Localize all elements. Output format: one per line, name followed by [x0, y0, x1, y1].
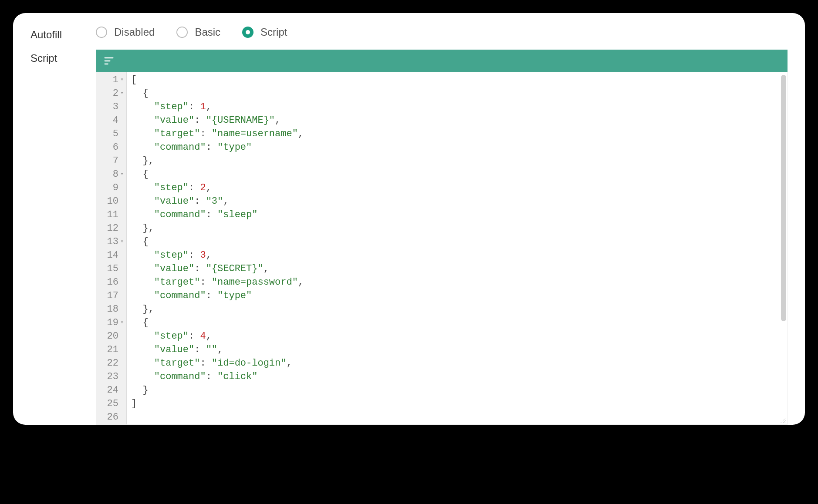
editor-code[interactable]: [ { "step": 1, "value": "{USERNAME}", "t… — [127, 72, 787, 424]
radio-icon — [176, 27, 188, 38]
autofill-label: Autofill — [30, 26, 96, 41]
fold-icon[interactable]: ▾ — [119, 168, 125, 181]
gutter-line: 26 — [96, 410, 126, 424]
fold-icon[interactable]: ▾ — [119, 235, 125, 249]
gutter-line: 22 — [96, 356, 126, 370]
gutter-line: 15 — [96, 262, 126, 276]
code-line[interactable]: "step": 4, — [131, 329, 787, 343]
code-line[interactable]: { — [131, 168, 787, 181]
gutter-line: 7 — [96, 154, 126, 168]
code-line[interactable]: { — [131, 235, 787, 249]
code-line[interactable]: "step": 1, — [131, 100, 787, 114]
code-line[interactable]: ] — [131, 397, 787, 410]
code-line[interactable]: "value": "{SECRET}", — [131, 262, 787, 276]
gutter-line: 12 — [96, 222, 126, 235]
radio-script-label: Script — [260, 26, 287, 38]
code-line[interactable]: "value": "{USERNAME}", — [131, 114, 787, 127]
format-icon[interactable] — [103, 55, 115, 67]
code-line[interactable]: "value": "", — [131, 343, 787, 356]
code-line[interactable]: "command": "click" — [131, 370, 787, 383]
code-line[interactable]: { — [131, 87, 787, 100]
script-label: Script — [30, 50, 96, 64]
fold-icon[interactable]: ▾ — [119, 87, 125, 100]
gutter-line: 3 — [96, 100, 126, 114]
radio-script[interactable]: Script — [242, 26, 287, 38]
gutter-line: 10 — [96, 195, 126, 208]
code-line[interactable]: }, — [131, 154, 787, 168]
gutter-line: 16 — [96, 276, 126, 289]
fold-icon[interactable]: ▾ — [119, 73, 125, 87]
code-line[interactable]: "value": "3", — [131, 195, 787, 208]
gutter-line: 18 — [96, 302, 126, 316]
radio-basic[interactable]: Basic — [176, 26, 220, 38]
code-line[interactable]: }, — [131, 222, 787, 235]
radio-basic-label: Basic — [195, 26, 220, 38]
code-line[interactable]: "target": "name=username", — [131, 127, 787, 141]
gutter-line: 1▾ — [96, 73, 126, 87]
editor-body[interactable]: 1▾2▾345678▾910111213▾141516171819▾202122… — [96, 72, 788, 425]
code-line[interactable]: { — [131, 316, 787, 329]
code-line[interactable]: "step": 3, — [131, 249, 787, 262]
gutter-line: 11 — [96, 208, 126, 222]
code-line[interactable]: "step": 2, — [131, 181, 787, 195]
gutter-line: 9 — [96, 181, 126, 195]
code-line[interactable]: "command": "sleep" — [131, 208, 787, 222]
script-row: Script 1▾2▾345678▾910111213▾141516171819… — [30, 50, 788, 425]
fold-icon[interactable]: ▾ — [119, 316, 125, 329]
editor-gutter: 1▾2▾345678▾910111213▾141516171819▾202122… — [96, 72, 127, 424]
code-line[interactable]: [ — [131, 73, 787, 87]
gutter-line: 4 — [96, 114, 126, 127]
editor-scrollbar[interactable] — [781, 75, 786, 321]
radio-icon — [242, 27, 254, 38]
code-line[interactable]: "target": "id=do-login", — [131, 356, 787, 370]
gutter-line: 24 — [96, 383, 126, 397]
script-editor: 1▾2▾345678▾910111213▾141516171819▾202122… — [96, 50, 788, 425]
code-line[interactable]: }, — [131, 302, 787, 316]
autofill-radio-group: Disabled Basic Script — [96, 26, 287, 38]
gutter-line: 20 — [96, 329, 126, 343]
gutter-line: 5 — [96, 127, 126, 141]
gutter-line: 13▾ — [96, 235, 126, 249]
resize-grip-icon[interactable] — [779, 417, 786, 423]
gutter-line: 17 — [96, 289, 126, 302]
code-line[interactable]: "command": "type" — [131, 289, 787, 302]
code-line[interactable]: "target": "name=password", — [131, 276, 787, 289]
gutter-line: 21 — [96, 343, 126, 356]
code-line[interactable]: "command": "type" — [131, 141, 787, 154]
gutter-line: 2▾ — [96, 87, 126, 100]
gutter-line: 6 — [96, 141, 126, 154]
autofill-row: Autofill Disabled Basic Script — [30, 26, 788, 41]
code-line[interactable]: } — [131, 383, 787, 397]
radio-disabled-label: Disabled — [114, 26, 155, 38]
svg-line-5 — [784, 422, 786, 423]
code-line[interactable] — [131, 410, 787, 424]
radio-disabled[interactable]: Disabled — [96, 26, 155, 38]
settings-card: Autofill Disabled Basic Script Script — [13, 13, 805, 425]
gutter-line: 8▾ — [96, 168, 126, 181]
editor-toolbar — [96, 50, 788, 72]
radio-icon — [96, 27, 107, 38]
gutter-line: 19▾ — [96, 316, 126, 329]
gutter-line: 25 — [96, 397, 126, 410]
gutter-line: 23 — [96, 370, 126, 383]
gutter-line: 14 — [96, 249, 126, 262]
